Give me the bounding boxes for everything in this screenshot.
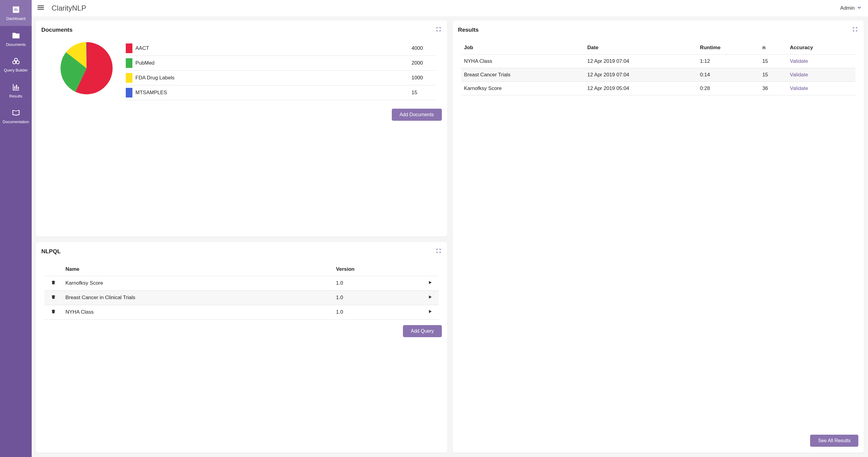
trash-icon[interactable] [51, 310, 56, 315]
validate-link[interactable]: Validate [790, 85, 808, 91]
sidebar-item-label: Dashboard [6, 16, 26, 21]
legend-swatch [126, 58, 132, 68]
legend-swatch [126, 88, 132, 97]
play-icon[interactable] [427, 310, 433, 315]
app-title: ClarityNLP [52, 4, 86, 12]
sidebar-item-documents[interactable]: Documents [0, 26, 32, 52]
sidebar: Dashboard Documents Query Builder Result… [0, 0, 32, 457]
nlpql-name: Breast Cancer in Clinical Trials [62, 290, 333, 305]
content: Documents AACT4000PubMed2000FDA Drug Lab… [32, 16, 868, 457]
legend-row: PubMed2000 [126, 56, 436, 70]
result-job: NYHA Class [461, 55, 585, 68]
result-job: Karnofksy Score [461, 82, 585, 95]
result-runtime: 0:14 [697, 68, 760, 82]
legend-count: 4000 [412, 45, 436, 51]
sidebar-item-label: Documentation [3, 119, 29, 124]
book-open-icon [12, 109, 20, 117]
legend-count: 2000 [412, 60, 436, 66]
expand-icon[interactable] [435, 248, 442, 255]
results-title: Results [458, 27, 479, 33]
bar-chart-icon [12, 83, 20, 91]
documents-pie-chart [59, 41, 114, 95]
validate-link[interactable]: Validate [790, 58, 808, 64]
sidebar-item-query-builder[interactable]: Query Builder [0, 52, 32, 78]
nlpql-version: 1.0 [333, 290, 421, 305]
nlpql-row: Breast Cancer in Clinical Trials1.0 [44, 290, 439, 305]
legend-name: FDA Drug Labels [135, 75, 412, 81]
legend-swatch [126, 73, 132, 83]
chart-bar-icon [12, 5, 20, 14]
sidebar-item-label: Results [9, 94, 22, 99]
legend-name: AACT [135, 45, 412, 51]
sidebar-item-label: Documents [6, 42, 26, 47]
legend-row: FDA Drug Labels1000 [126, 70, 436, 85]
result-n: 36 [760, 82, 787, 95]
col-runtime: Runtime [697, 41, 760, 55]
user-menu[interactable]: Admin [840, 5, 862, 12]
result-n: 15 [760, 68, 787, 82]
nlpql-row: Karnofksy Score1.0 [44, 276, 439, 290]
col-accuracy: Accuracy [787, 41, 855, 55]
sidebar-item-results[interactable]: Results [0, 78, 32, 104]
results-row: Breast Cancer Trials12 Apr 2019 07:040:1… [461, 68, 856, 82]
trash-icon[interactable] [51, 295, 56, 301]
results-row: Karnofksy Score12 Apr 2019 05:040:2836Va… [461, 82, 856, 95]
legend-name: PubMed [135, 60, 412, 66]
result-runtime: 1:12 [697, 55, 760, 68]
nlpql-name: Karnofksy Score [62, 276, 333, 290]
result-n: 15 [760, 55, 787, 68]
topbar: ClarityNLP Admin [32, 0, 868, 16]
play-icon[interactable] [427, 295, 433, 301]
sidebar-item-documentation[interactable]: Documentation [0, 103, 32, 129]
see-all-results-button[interactable]: See All Results [810, 435, 858, 447]
chevron-down-icon [857, 5, 862, 12]
nlpql-table: Name Version Karnofksy Score1.0Breast Ca… [44, 263, 439, 320]
result-runtime: 0:28 [697, 82, 760, 95]
nlpql-version: 1.0 [333, 276, 421, 290]
nlpql-row: NYHA Class1.0 [44, 305, 439, 319]
documents-card: Documents AACT4000PubMed2000FDA Drug Lab… [36, 21, 447, 237]
trash-icon[interactable] [51, 281, 56, 286]
col-date: Date [584, 41, 697, 55]
sidebar-item-label: Query Builder [4, 68, 28, 73]
legend-row: MTSAMPLES15 [126, 85, 436, 100]
result-date: 12 Apr 2019 05:04 [584, 82, 697, 95]
col-job: Job [461, 41, 585, 55]
nlpql-card: NLPQL Name Version Karnofksy Sco [36, 242, 447, 453]
result-date: 12 Apr 2019 07:04 [584, 55, 697, 68]
folder-icon [12, 31, 20, 40]
play-icon[interactable] [427, 281, 433, 286]
hamburger-icon[interactable] [35, 2, 46, 14]
legend-name: MTSAMPLES [135, 90, 412, 96]
validate-link[interactable]: Validate [790, 72, 808, 78]
legend-row: AACT4000 [126, 41, 436, 56]
documents-title: Documents [41, 27, 72, 33]
add-query-button[interactable]: Add Query [403, 325, 441, 337]
expand-icon[interactable] [852, 26, 858, 34]
expand-icon[interactable] [435, 26, 442, 34]
results-card: Results Job Date Runtime n Accuracy [453, 21, 864, 453]
results-table: Job Date Runtime n Accuracy NYHA Class12… [461, 41, 856, 95]
sidebar-item-dashboard[interactable]: Dashboard [0, 0, 32, 26]
legend-swatch [126, 44, 132, 53]
documents-legend: AACT4000PubMed2000FDA Drug Labels1000MTS… [126, 41, 436, 100]
col-n: n [760, 41, 787, 55]
add-documents-button[interactable]: Add Documents [392, 109, 442, 121]
legend-count: 15 [412, 90, 436, 96]
col-version: Version [333, 263, 421, 276]
results-row: NYHA Class12 Apr 2019 07:041:1215Validat… [461, 55, 856, 68]
result-job: Breast Cancer Trials [461, 68, 585, 82]
nlpql-version: 1.0 [333, 305, 421, 319]
result-date: 12 Apr 2019 07:04 [584, 68, 697, 82]
nlpql-name: NYHA Class [62, 305, 333, 319]
main: ClarityNLP Admin Documents AACT4000PubMe… [32, 0, 868, 457]
col-name: Name [62, 263, 333, 276]
user-label: Admin [840, 5, 855, 11]
legend-count: 1000 [412, 75, 436, 81]
cubes-icon [12, 57, 20, 65]
nlpql-title: NLPQL [41, 248, 61, 255]
